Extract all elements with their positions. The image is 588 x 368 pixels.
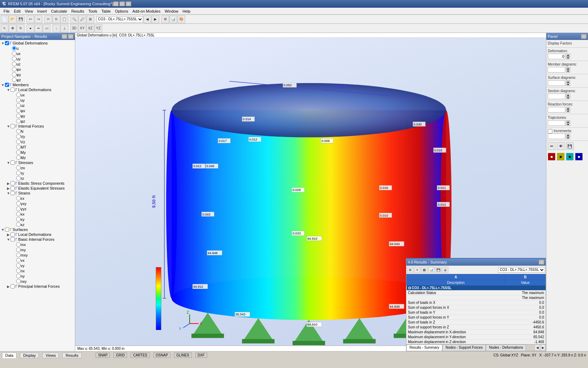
load-combo[interactable]: CO3 - DL+.75LL+.75SSL [96, 16, 143, 22]
panel-color2-btn[interactable]: ■ [557, 153, 565, 161]
Vy-radio[interactable] [16, 134, 21, 139]
tree-internal-forces[interactable]: ▼ Γ Internal Forces [6, 124, 74, 129]
Mz-radio[interactable] [16, 155, 21, 160]
badge-dxf[interactable]: DXF [195, 353, 207, 358]
tree-nxy[interactable]: nxy [12, 279, 74, 284]
traj-down[interactable]: ▼ [566, 123, 570, 126]
next-button[interactable]: ▶ [152, 15, 159, 23]
results-close[interactable]: × [539, 260, 544, 265]
tree-kz[interactable]: κz [12, 222, 74, 227]
tab-results-summary[interactable]: Results - Summary [406, 345, 442, 351]
uz-radio[interactable] [12, 62, 16, 66]
tree-global-deformations[interactable]: ▼ Γ Global Deformations [1, 41, 74, 46]
view-xz-button[interactable]: XZ [86, 25, 94, 32]
trajectories-input[interactable] [548, 120, 565, 126]
tree-kx[interactable]: κx [12, 211, 74, 217]
calc-button[interactable]: ⚙ [161, 15, 169, 23]
tab-next[interactable]: ▶ [540, 345, 546, 351]
tree-uy[interactable]: uy [8, 56, 74, 61]
tab-nodes-support[interactable]: Nodes - Support Forces [442, 345, 486, 351]
m-phiz-radio[interactable] [16, 119, 21, 123]
minimize-button[interactable]: ─ [113, 1, 119, 6]
ex-radio[interactable] [16, 196, 21, 200]
tree-m-phiz[interactable]: φz [12, 118, 74, 124]
phiz-radio[interactable] [12, 77, 16, 82]
My-radio[interactable] [16, 150, 21, 155]
panel-save-btn[interactable]: 💾 [566, 142, 574, 150]
tree-strains[interactable]: ▼ Γ Strains [6, 191, 74, 196]
tree-Vy[interactable]: Vy [12, 134, 74, 139]
tree-basic-internal-forces[interactable]: ▼ Γ Basic Internal Forces [6, 237, 74, 242]
phix-radio[interactable] [12, 67, 16, 71]
surfaces-checkbox[interactable] [5, 227, 9, 232]
tree-surfaces[interactable]: ▼ Γ Surfaces [1, 227, 74, 232]
panel-close[interactable]: × [581, 34, 587, 39]
basic-internal-checkbox[interactable] [10, 237, 15, 241]
phiy-radio[interactable] [12, 72, 16, 77]
view-xy-button[interactable]: XY [78, 25, 86, 32]
tree-gyz[interactable]: γyz [12, 206, 74, 211]
member-diag-down[interactable]: ▼ [566, 70, 570, 73]
view-yz-button[interactable]: YZ [94, 25, 102, 32]
section-diagrams-input[interactable] [548, 94, 565, 99]
tree-vx[interactable]: vx [12, 258, 74, 263]
view-3d-button[interactable]: 3D [70, 25, 78, 32]
tree-tauy[interactable]: τy [12, 170, 74, 176]
results-tb-5[interactable]: 💾 [435, 267, 441, 273]
tree-tauz[interactable]: τz [12, 176, 74, 181]
strains-checkbox[interactable] [10, 191, 15, 195]
menu-file[interactable]: File [1, 8, 12, 14]
tree-vy-surf[interactable]: vy [12, 263, 74, 268]
u-radio[interactable] [12, 46, 16, 50]
tree-phiy[interactable]: φy [8, 72, 74, 77]
badge-glines[interactable]: GLINES [174, 353, 192, 358]
members-checkbox[interactable] [5, 83, 9, 87]
deform-down[interactable]: ▼ [566, 56, 570, 59]
react-down[interactable]: ▼ [566, 110, 570, 113]
m-phix-radio[interactable] [16, 108, 21, 113]
nx-radio[interactable] [16, 268, 21, 273]
results-tb-1[interactable]: ⊞ [407, 267, 413, 273]
support-button[interactable]: ⊥ [61, 25, 68, 32]
reaction-forces-input[interactable] [548, 107, 565, 113]
select-button[interactable]: ↖ [1, 25, 8, 32]
node-button[interactable]: ● [27, 25, 34, 32]
tree-m-uy[interactable]: uy [12, 97, 74, 103]
tree-elastic-stress[interactable]: ▶ Γ Elastic Stress Components [6, 181, 74, 186]
m-phiy-radio[interactable] [16, 114, 21, 118]
tab-results[interactable]: Results [62, 353, 82, 358]
surf-local-def-checkbox[interactable] [10, 232, 15, 237]
kz-radio[interactable] [16, 222, 21, 227]
tauy-radio[interactable] [16, 171, 21, 175]
menu-view[interactable]: View [23, 8, 35, 14]
tree-gxy[interactable]: γxy [12, 201, 74, 206]
principal-forces-checkbox[interactable] [10, 284, 15, 288]
increments-checkbox[interactable] [548, 129, 552, 134]
tree-u[interactable]: u [8, 46, 74, 51]
member-button[interactable]: ━ [35, 25, 42, 32]
mx-radio[interactable] [16, 242, 21, 247]
tree-surf-local-def[interactable]: ▶ Γ Local Deformations [6, 232, 74, 237]
badge-osnap[interactable]: OSNAP [153, 353, 170, 358]
load-apply-button[interactable]: ↓ [52, 25, 60, 32]
menu-help[interactable]: Help [181, 8, 193, 14]
MT-radio[interactable] [16, 145, 21, 149]
menu-window[interactable]: Window [162, 8, 180, 14]
surf-diag-down[interactable]: ▼ [566, 83, 570, 86]
gxy-radio[interactable] [16, 201, 21, 206]
panel-edit-btn[interactable]: ✏ [548, 142, 555, 150]
menu-results[interactable]: Results [69, 8, 86, 14]
results-combo[interactable]: CO3 - DL+.75LL+.75SSL [498, 267, 545, 273]
badge-cartes[interactable]: CARTES [131, 353, 149, 358]
vx-radio[interactable] [16, 258, 21, 263]
ny-radio[interactable] [16, 274, 21, 278]
mxy-radio[interactable] [16, 253, 21, 257]
surface-diagrams-input[interactable] [548, 80, 565, 86]
tree-principal-forces[interactable]: ▶ Γ Principal Internal Forces [6, 284, 74, 289]
tree-ky[interactable]: κy [12, 217, 74, 222]
nxy-radio[interactable] [16, 279, 21, 284]
rotate-button[interactable]: ↻ [17, 25, 24, 32]
tree-MT[interactable]: MT [12, 144, 74, 150]
panel-show-btn[interactable]: 👁 [557, 142, 565, 150]
tree-m-phix[interactable]: φx [12, 108, 74, 113]
